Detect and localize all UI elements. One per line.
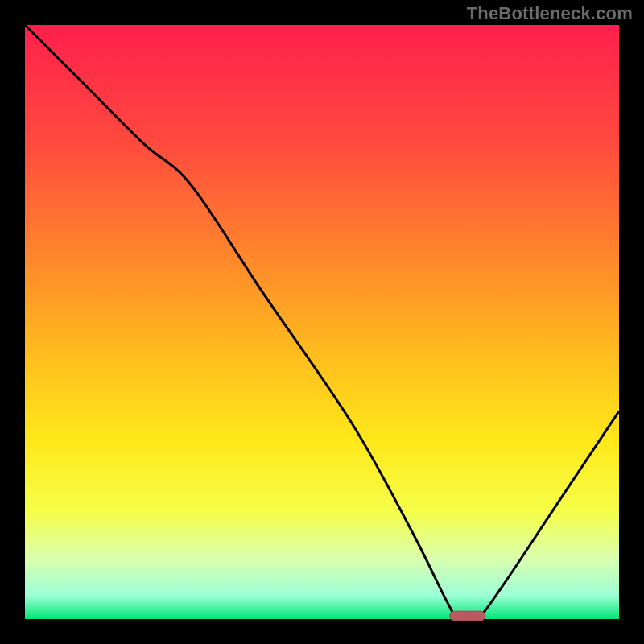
optimal-marker — [450, 611, 485, 621]
bottleneck-chart — [0, 0, 644, 644]
chart-frame: TheBottleneck.com — [0, 0, 644, 644]
